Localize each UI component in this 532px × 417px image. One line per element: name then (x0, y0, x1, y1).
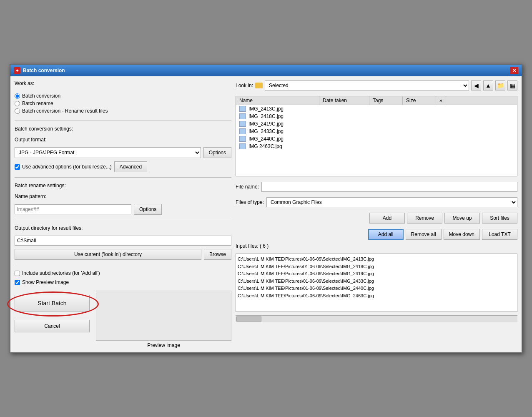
file-name: IMG_2419C.jpg (248, 121, 284, 127)
col-more: » (436, 96, 446, 105)
col-size: Size (403, 96, 436, 105)
bottom-left-area: Start Batch Cancel Preview image (15, 291, 231, 348)
file-thumbnail (239, 113, 246, 119)
start-batch-container: Start Batch (15, 295, 90, 311)
list-item[interactable]: IMG_2440C.jpg (236, 135, 517, 143)
window-title: Batch conversion (23, 68, 65, 73)
show-preview-checkbox-row[interactable]: Show Preview image (15, 279, 231, 285)
move-up-button[interactable]: Move up (444, 213, 480, 224)
output-format-label: Output format: (15, 137, 231, 143)
list-item: C:\Users\LIM KIM TEE\Pictures\01-06-09\S… (238, 285, 515, 292)
file-header: Name Date taken Tags Size » (236, 96, 517, 105)
file-name: IMG_2433C.jpg (248, 128, 284, 134)
input-files-list[interactable]: C:\Users\LIM KIM TEE\Pictures\01-06-09\S… (236, 254, 517, 312)
list-item: C:\Users\LIM KIM TEE\Pictures\01-06-09\S… (238, 256, 515, 263)
scrollbar-thumb[interactable] (236, 317, 261, 322)
sort-files-button[interactable]: Sort files (482, 213, 517, 224)
files-of-type-label: Files of type: (236, 199, 264, 205)
dir-buttons-row: Use current ('look in') directory Browse (15, 249, 231, 260)
list-item: C:\Users\LIM KIM TEE\Pictures\01-06-09\S… (238, 263, 515, 271)
left-panel: Work as: Batch conversion Batch rename B… (15, 80, 231, 348)
look-in-select[interactable]: Selected (265, 80, 469, 90)
radio-batch-rename[interactable]: Batch rename (15, 100, 231, 106)
action-buttons-row-1: Add Remove Move up Sort files (236, 213, 517, 224)
list-item[interactable]: IMG_2433C.jpg (236, 128, 517, 135)
name-pattern-input[interactable] (15, 204, 131, 214)
file-name-label: File name: (236, 184, 259, 190)
start-batch-button[interactable]: Start Batch (15, 295, 90, 311)
main-window: ✦ Batch conversion ✕ Work as: Batch conv… (10, 64, 522, 353)
format-row: JPG - JPG/JPEG Format Options (15, 147, 231, 158)
file-thumbnail (239, 143, 246, 149)
output-dir-input[interactable] (15, 236, 231, 246)
list-item: C:\Users\LIM KIM TEE\Pictures\01-06-09\S… (238, 278, 515, 285)
options-button[interactable]: Options (203, 147, 231, 158)
file-name: IMG_2413C.jpg (248, 106, 284, 112)
list-item: C:\Users\LIM KIM TEE\Pictures\01-06-09\S… (238, 270, 515, 278)
show-preview-checkbox[interactable] (15, 280, 20, 285)
use-current-dir-button[interactable]: Use current ('look in') directory (15, 249, 201, 260)
file-thumbnail (239, 136, 246, 142)
include-subdirs-checkbox-row[interactable]: Include subdirectories (for 'Add all') (15, 270, 231, 276)
action-buttons-area: Start Batch Cancel (15, 291, 90, 332)
titlebar: ✦ Batch conversion ✕ (10, 65, 522, 76)
col-date-taken: Date taken (319, 96, 369, 105)
advanced-checkbox[interactable] (15, 164, 20, 170)
file-name-input[interactable] (261, 182, 517, 192)
nav-up-button[interactable]: ▲ (483, 80, 493, 90)
rename-options-button[interactable]: Options (134, 204, 162, 215)
folder-icon (255, 83, 263, 88)
include-subdirs-checkbox[interactable] (15, 271, 20, 276)
list-item[interactable]: IMG_2418C.jpg (236, 113, 517, 120)
radio-batch-rename-result[interactable]: Batch conversion - Rename result files (15, 108, 231, 114)
add-button[interactable]: Add (369, 213, 405, 224)
nav-view-button[interactable]: ▦ (507, 80, 517, 90)
col-name: Name (236, 96, 319, 105)
nav-new-folder-button[interactable]: 📁 (495, 80, 505, 90)
close-button[interactable]: ✕ (510, 67, 518, 74)
preview-area (96, 291, 231, 341)
format-select[interactable]: JPG - JPG/JPEG Format (15, 147, 201, 158)
list-item[interactable]: IMG_2419C.jpg (236, 120, 517, 128)
list-item[interactable]: IMG 2463C.jpg (236, 143, 517, 150)
name-pattern-label: Name pattern: (15, 193, 231, 199)
col-tags: Tags (369, 96, 403, 105)
file-list: IMG_2413C.jpg IMG_2418C.jpg IMG_2419C.jp… (236, 105, 517, 176)
advanced-button[interactable]: Advanced (114, 161, 147, 172)
name-pattern-row: Options (15, 204, 231, 215)
radio-batch-conversion[interactable]: Batch conversion (15, 93, 231, 99)
browse-button[interactable]: Browse (204, 249, 231, 260)
preview-section: Preview image (96, 291, 231, 348)
files-of-type-select[interactable]: Common Graphic Files (266, 197, 517, 207)
list-item: C:\Users\LIM KIM TEE\Pictures\01-06-09\S… (238, 292, 515, 300)
advanced-row: Use advanced options (for bulk resize...… (15, 161, 231, 172)
work-as-label: Work as: (15, 80, 231, 86)
input-files-label: Input files: ( 6 ) (236, 243, 517, 249)
move-down-button[interactable]: Move down (444, 229, 480, 240)
cancel-button[interactable]: Cancel (15, 320, 90, 332)
work-as-radio-group: Batch conversion Batch rename Batch conv… (15, 91, 231, 116)
file-name: IMG_2418C.jpg (248, 113, 284, 119)
file-name: IMG 2463C.jpg (248, 143, 282, 149)
action-buttons-row-2: Add all Remove all Move down Load TXT (236, 229, 517, 240)
file-thumbnail (239, 128, 246, 134)
filename-row: File name: (236, 182, 517, 192)
rename-settings-label: Batch rename settings: (15, 183, 231, 188)
list-item[interactable]: IMG_2413C.jpg (236, 105, 517, 113)
input-files-container: C:\Users\LIM KIM TEE\Pictures\01-06-09\S… (236, 254, 517, 312)
look-in-label: Look in: (236, 83, 253, 88)
file-name: IMG_2440C.jpg (248, 136, 284, 142)
remove-button[interactable]: Remove (407, 213, 442, 224)
nav-back-button[interactable]: ◀ (471, 80, 481, 90)
horizontal-scrollbar[interactable] (236, 315, 517, 322)
file-thumbnail (239, 106, 246, 112)
app-icon: ✦ (14, 67, 20, 74)
add-all-button[interactable]: Add all (368, 229, 404, 240)
file-thumbnail (239, 121, 246, 127)
remove-all-button[interactable]: Remove all (406, 229, 442, 240)
preview-image-label: Preview image (96, 342, 231, 348)
advanced-checkbox-label[interactable]: Use advanced options (for bulk resize...… (15, 164, 112, 170)
conversion-settings-label: Batch conversion settings: (15, 126, 231, 132)
load-txt-button[interactable]: Load TXT (482, 229, 517, 240)
filetype-row: Files of type: Common Graphic Files (236, 197, 517, 207)
